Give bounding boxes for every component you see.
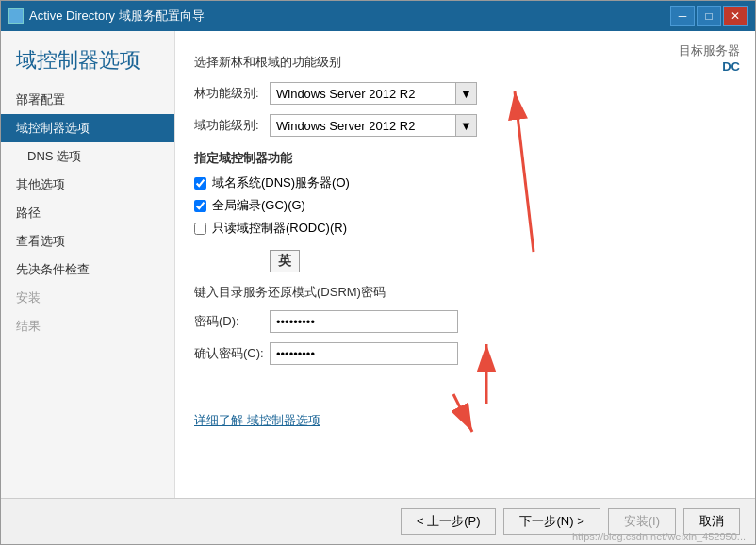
title-bar-left: Active Directory 域服务配置向导	[8, 8, 205, 25]
app-icon	[8, 8, 24, 24]
dc-functions-title: 指定域控制器功能	[194, 150, 736, 167]
sidebar-item-dc-options[interactable]: 域控制器选项	[1, 114, 174, 142]
content-area: 域控制器选项 部署配置 域控制器选项 DNS 选项 其他选项 路径 查看选项 先…	[1, 31, 755, 498]
confirm-label: 确认密码(C):	[194, 345, 270, 362]
target-server-value: DC	[679, 59, 740, 74]
sidebar-item-path[interactable]: 路径	[1, 199, 174, 227]
domain-level-row: 域功能级别: Windows Server 2012 R2 ▼	[194, 114, 736, 137]
domain-level-value: Windows Server 2012 R2	[271, 119, 455, 133]
forest-level-dropdown[interactable]: Windows Server 2012 R2 ▼	[270, 82, 477, 105]
confirm-password-input[interactable]	[270, 342, 458, 365]
ime-area: 英	[194, 242, 736, 276]
link-area: 详细了解 域控制器选项	[194, 393, 736, 429]
page-title: 域控制器选项	[1, 31, 174, 86]
target-server: 目标服务器 DC	[679, 42, 740, 74]
forest-level-value: Windows Server 2012 R2	[271, 87, 455, 101]
sidebar-nav: 部署配置 域控制器选项 DNS 选项 其他选项 路径 查看选项 先决条件检查 安…	[1, 86, 174, 340]
password-input[interactable]	[270, 310, 458, 333]
title-buttons: ─ □ ✕	[670, 6, 748, 26]
confirm-password-row: 确认密码(C):	[194, 342, 736, 365]
learn-more-link[interactable]: 详细了解 域控制器选项	[194, 412, 320, 429]
domain-level-arrow[interactable]: ▼	[455, 115, 476, 136]
sidebar-item-review[interactable]: 查看选项	[1, 227, 174, 256]
window-title: Active Directory 域服务配置向导	[29, 8, 205, 25]
checkbox-gc-label: 全局编录(GC)(G)	[212, 197, 305, 214]
sidebar-item-prereq[interactable]: 先决条件检查	[1, 256, 174, 284]
sidebar-item-deploy[interactable]: 部署配置	[1, 86, 174, 114]
target-server-label: 目标服务器	[679, 42, 740, 59]
checkbox-rodc-label: 只读域控制器(RODC)(R)	[212, 220, 347, 237]
sidebar-item-install: 安装	[1, 284, 174, 312]
minimize-button[interactable]: ─	[670, 6, 695, 26]
main-window: Active Directory 域服务配置向导 ─ □ ✕ 域控制器选项 部署…	[0, 0, 756, 545]
checkbox-dns[interactable]	[194, 177, 206, 190]
functional-level-title: 选择新林和根域的功能级别	[194, 54, 736, 71]
sidebar-item-results: 结果	[1, 312, 174, 340]
dsrm-title: 键入目录服务还原模式(DSRM)密码	[194, 284, 736, 301]
main-content: 目标服务器 DC 选择新林和根域的功能级别 林功能级别: Windows Ser…	[175, 31, 755, 498]
close-button[interactable]: ✕	[723, 6, 748, 26]
checkbox-rodc-row: 只读域控制器(RODC)(R)	[194, 220, 736, 237]
title-bar: Active Directory 域服务配置向导 ─ □ ✕	[1, 1, 755, 31]
checkbox-gc-row: 全局编录(GC)(G)	[194, 197, 736, 214]
password-label: 密码(D):	[194, 313, 270, 330]
checkbox-gc[interactable]	[194, 200, 206, 212]
back-button[interactable]: < 上一步(P)	[401, 508, 497, 535]
domain-level-dropdown[interactable]: Windows Server 2012 R2 ▼	[270, 114, 477, 137]
ime-indicator: 英	[270, 250, 300, 272]
checkbox-rodc[interactable]	[194, 223, 206, 235]
domain-level-label: 域功能级别:	[194, 117, 270, 134]
sidebar-item-other[interactable]: 其他选项	[1, 171, 174, 199]
forest-level-arrow[interactable]: ▼	[455, 83, 476, 104]
maximize-button[interactable]: □	[697, 6, 721, 26]
forest-level-label: 林功能级别:	[194, 85, 270, 102]
sidebar-item-dns[interactable]: DNS 选项	[1, 142, 174, 171]
password-row: 密码(D):	[194, 310, 736, 333]
sidebar: 域控制器选项 部署配置 域控制器选项 DNS 选项 其他选项 路径 查看选项 先…	[1, 31, 175, 498]
checkbox-dns-label: 域名系统(DNS)服务器(O)	[212, 174, 350, 191]
watermark: https://blog.csdn.net/weixin_452950...	[572, 531, 746, 542]
checkbox-dns-row: 域名系统(DNS)服务器(O)	[194, 174, 736, 191]
forest-level-row: 林功能级别: Windows Server 2012 R2 ▼	[194, 82, 736, 105]
